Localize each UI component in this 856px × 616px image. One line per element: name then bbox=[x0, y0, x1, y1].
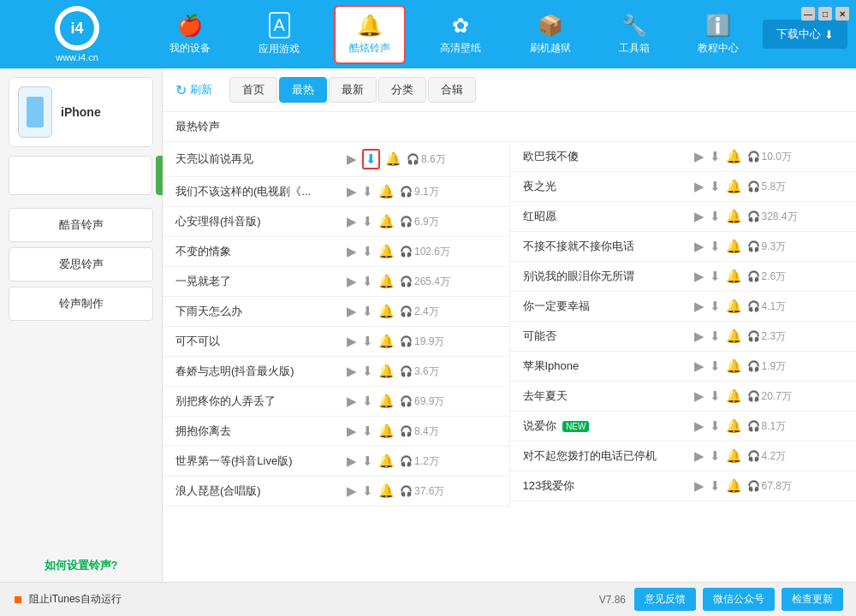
play-icon[interactable]: ▶ bbox=[347, 304, 357, 319]
bell-icon[interactable]: 🔔 bbox=[726, 329, 742, 344]
tab-hot[interactable]: 最热 bbox=[279, 77, 327, 103]
download-icon[interactable]: ⬇ bbox=[362, 184, 373, 199]
minimize-button[interactable]: — bbox=[801, 7, 815, 21]
download-icon[interactable]: ⬇ bbox=[710, 149, 721, 164]
download-icon[interactable]: ⬇ bbox=[710, 179, 721, 194]
play-icon[interactable]: ▶ bbox=[694, 448, 704, 464]
bell-icon[interactable]: 🔔 bbox=[726, 239, 742, 254]
bell-icon[interactable]: 🔔 bbox=[378, 394, 395, 409]
bell-icon[interactable]: 🔔 bbox=[726, 269, 742, 284]
play-icon[interactable]: ▶ bbox=[347, 274, 357, 289]
bell-icon[interactable]: 🔔 bbox=[726, 179, 742, 194]
play-icon[interactable]: ▶ bbox=[347, 483, 357, 499]
bell-icon[interactable]: 🔔 bbox=[726, 358, 742, 374]
bell-icon[interactable]: 🔔 bbox=[378, 334, 395, 349]
bell-icon[interactable]: 🔔 bbox=[378, 424, 395, 439]
download-icon[interactable]: ⬇ bbox=[362, 244, 373, 259]
download-icon[interactable]: ⬇ bbox=[710, 269, 721, 284]
bell-icon[interactable]: 🔔 bbox=[726, 448, 742, 464]
download-icon[interactable]: ⬇ bbox=[362, 304, 373, 319]
download-icon[interactable]: ⬇ bbox=[362, 394, 373, 409]
play-icon[interactable]: ▶ bbox=[347, 394, 357, 409]
bell-icon[interactable]: 🔔 bbox=[378, 453, 395, 469]
bell-icon[interactable]: 🔔 bbox=[726, 478, 742, 494]
play-icon[interactable]: ▶ bbox=[347, 214, 357, 229]
sidebar-item-aisi-ringtones[interactable]: 爱思铃声 bbox=[9, 247, 153, 281]
download-icon[interactable]: ⬇ bbox=[710, 329, 721, 344]
maximize-button[interactable]: □ bbox=[818, 7, 832, 21]
tab-category[interactable]: 分类 bbox=[378, 77, 426, 103]
play-icon[interactable]: ▶ bbox=[347, 334, 357, 349]
song-actions: ▶ ⬇ 🔔 🎧9.3万 bbox=[694, 239, 794, 254]
bell-icon[interactable]: 🔔 bbox=[378, 483, 395, 499]
play-icon[interactable]: ▶ bbox=[694, 388, 704, 404]
download-center-button[interactable]: 下载中心 ⬇ bbox=[763, 20, 847, 49]
play-icon[interactable]: ▶ bbox=[347, 151, 357, 167]
wechat-button[interactable]: 微信公众号 bbox=[703, 588, 775, 611]
song-list-inner: 天亮以前说再见 ▶ ⬇ 🔔 🎧8.6万 我们不该这样的(电视剧《... bbox=[163, 142, 856, 506]
bell-icon[interactable]: 🔔 bbox=[378, 364, 395, 379]
search-bar: 搜索 bbox=[9, 156, 153, 195]
nav-jailbreak[interactable]: 📦 刷机越狱 bbox=[516, 7, 585, 62]
play-icon[interactable]: ▶ bbox=[694, 179, 704, 194]
bell-icon[interactable]: 🔔 bbox=[385, 151, 401, 167]
feedback-button[interactable]: 意见反馈 bbox=[634, 588, 696, 611]
nav-wallpaper[interactable]: ✿ 高清壁纸 bbox=[426, 7, 495, 62]
download-icon[interactable]: ⬇ bbox=[362, 364, 373, 379]
how-to-link[interactable]: 如何设置铃声? bbox=[9, 558, 153, 573]
download-icon[interactable]: ⬇ bbox=[710, 478, 721, 494]
tab-collection[interactable]: 合辑 bbox=[428, 77, 476, 103]
tab-new[interactable]: 最新 bbox=[329, 77, 377, 103]
play-icon[interactable]: ▶ bbox=[694, 418, 704, 434]
play-icon[interactable]: ▶ bbox=[694, 478, 704, 494]
play-icon[interactable]: ▶ bbox=[347, 364, 357, 379]
nav-toolbox[interactable]: 🔧 工具箱 bbox=[605, 7, 663, 62]
play-icon[interactable]: ▶ bbox=[694, 239, 704, 254]
download-icon[interactable]: ⬇ bbox=[710, 239, 721, 254]
nav-app-games[interactable]: A 应用游戏 bbox=[245, 5, 313, 63]
bell-icon[interactable]: 🔔 bbox=[378, 184, 395, 199]
download-icon[interactable]: ⬇ bbox=[362, 483, 373, 499]
play-icon[interactable]: ▶ bbox=[347, 424, 357, 439]
download-icon[interactable]: ⬇ bbox=[710, 448, 721, 464]
download-icon[interactable]: ⬇ bbox=[710, 358, 721, 374]
play-icon[interactable]: ▶ bbox=[694, 299, 704, 314]
tab-home[interactable]: 首页 bbox=[229, 77, 277, 103]
play-icon[interactable]: ▶ bbox=[347, 184, 357, 199]
nav-ringtones[interactable]: 🔔 酷炫铃声 bbox=[334, 5, 406, 64]
download-icon[interactable]: ⬇ bbox=[710, 299, 721, 314]
nav-my-device[interactable]: 🍎 我的设备 bbox=[156, 7, 224, 62]
play-icon[interactable]: ▶ bbox=[694, 149, 704, 164]
bell-icon[interactable]: 🔔 bbox=[378, 244, 395, 259]
download-icon[interactable]: ⬇ bbox=[362, 274, 373, 289]
close-button[interactable]: ✕ bbox=[835, 7, 849, 21]
bell-icon[interactable]: 🔔 bbox=[726, 418, 742, 434]
download-icon[interactable]: ⬇ bbox=[710, 418, 721, 434]
bell-icon[interactable]: 🔔 bbox=[726, 209, 742, 224]
bell-icon[interactable]: 🔔 bbox=[378, 274, 395, 289]
search-input[interactable] bbox=[9, 156, 152, 195]
download-icon[interactable]: ⬇ bbox=[362, 453, 373, 469]
download-icon[interactable]: ⬇ bbox=[362, 424, 373, 439]
sidebar-item-make-ringtone[interactable]: 铃声制作 bbox=[9, 287, 153, 321]
play-icon[interactable]: ▶ bbox=[694, 358, 704, 374]
bell-icon[interactable]: 🔔 bbox=[378, 304, 395, 319]
download-icon[interactable]: ⬇ bbox=[710, 209, 721, 224]
download-icon-active[interactable]: ⬇ bbox=[362, 149, 380, 169]
refresh-button[interactable]: ↻ 刷新 bbox=[175, 82, 212, 98]
play-icon[interactable]: ▶ bbox=[347, 244, 357, 259]
bell-icon[interactable]: 🔔 bbox=[726, 149, 742, 164]
play-icon[interactable]: ▶ bbox=[694, 209, 704, 224]
play-icon[interactable]: ▶ bbox=[694, 269, 704, 284]
download-icon[interactable]: ⬇ bbox=[362, 334, 373, 349]
bell-icon[interactable]: 🔔 bbox=[726, 388, 742, 404]
update-button[interactable]: 检查更新 bbox=[782, 588, 843, 611]
download-icon[interactable]: ⬇ bbox=[710, 388, 721, 404]
download-icon[interactable]: ⬇ bbox=[362, 214, 373, 229]
play-icon[interactable]: ▶ bbox=[694, 329, 704, 344]
bell-icon[interactable]: 🔔 bbox=[726, 299, 742, 314]
bell-icon[interactable]: 🔔 bbox=[378, 214, 395, 229]
sidebar-item-cool-ringtones[interactable]: 酷音铃声 bbox=[9, 208, 153, 242]
nav-tutorial[interactable]: ℹ️ 教程中心 bbox=[684, 7, 752, 62]
play-icon[interactable]: ▶ bbox=[347, 453, 357, 469]
